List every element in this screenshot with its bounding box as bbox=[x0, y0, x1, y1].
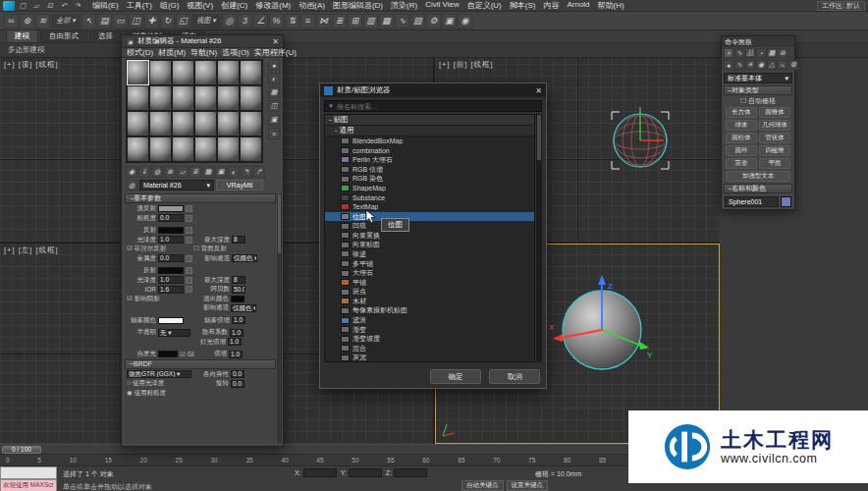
object-type-button[interactable]: 管状体 bbox=[759, 133, 790, 143]
dope-sheet-icon[interactable]: ▧ bbox=[410, 14, 425, 28]
curve-editor-icon[interactable]: ∿ bbox=[395, 14, 409, 28]
lights-category-icon[interactable]: ☀ bbox=[745, 60, 755, 70]
sphere-wireframe-selected[interactable] bbox=[603, 95, 678, 178]
param-s[interactable] bbox=[158, 205, 184, 212]
map-type-item[interactable]: Substance bbox=[325, 193, 534, 203]
select-by-name-icon[interactable]: ▤ bbox=[97, 14, 112, 28]
rollout-basic-parameters[interactable]: 基本参数 bbox=[125, 193, 276, 203]
param-s[interactable] bbox=[158, 227, 184, 234]
map-type-item[interactable]: 混合 bbox=[325, 344, 534, 354]
menu-item[interactable]: 内容 bbox=[539, 0, 563, 11]
param-1.0[interactable]: 1.0 bbox=[230, 329, 244, 337]
menu-item[interactable]: 实用程序(U) bbox=[254, 47, 297, 58]
param-s[interactable] bbox=[231, 296, 244, 302]
reset-map-icon[interactable]: ⊗ bbox=[164, 166, 176, 178]
select-and-move-icon[interactable]: ✚ bbox=[144, 14, 159, 28]
window-crossing-icon[interactable]: ◫ bbox=[129, 14, 143, 28]
menu-item[interactable]: 组(G) bbox=[156, 0, 184, 11]
param-仅颜色[interactable]: 仅颜色 ▾ bbox=[231, 304, 256, 312]
object-name-field[interactable]: Sphere001 bbox=[725, 196, 779, 207]
geometry-category-icon[interactable]: ● bbox=[724, 60, 733, 70]
helpers-category-icon[interactable]: △ bbox=[767, 60, 777, 70]
object-type-button[interactable]: 球体 bbox=[726, 120, 757, 131]
hierarchy-tab-icon[interactable]: 品 bbox=[745, 48, 755, 58]
rectangular-selection-icon[interactable]: ▭ bbox=[113, 14, 128, 28]
maxscript-macro-recorder[interactable] bbox=[0, 466, 57, 479]
cancel-button[interactable]: 取消 bbox=[489, 369, 540, 384]
map-type-item[interactable]: 每像素摄影机贴图 bbox=[325, 306, 534, 316]
max-logo-icon[interactable] bbox=[3, 1, 15, 11]
ribbon-tab[interactable]: 建模 bbox=[6, 29, 38, 42]
param-s[interactable] bbox=[158, 317, 184, 324]
scene-explorer-icon[interactable]: ⊞ bbox=[348, 14, 362, 28]
map-type-item[interactable]: RGB 倍增 bbox=[325, 165, 534, 175]
utilities-tab-icon[interactable]: ⊚ bbox=[778, 48, 787, 58]
pick-material-icon[interactable]: ◍ bbox=[126, 180, 137, 191]
menu-item[interactable]: 材质(M) bbox=[158, 47, 186, 58]
spinner-snap-icon[interactable]: ⇅ bbox=[285, 14, 299, 28]
object-type-button[interactable]: 圆环 bbox=[726, 145, 757, 156]
param-s[interactable] bbox=[158, 267, 184, 274]
material-sample[interactable] bbox=[240, 60, 262, 85]
coordinate-field[interactable]: X: bbox=[295, 468, 337, 477]
close-icon[interactable]: ✕ bbox=[535, 86, 542, 95]
param-b[interactable] bbox=[186, 215, 192, 222]
object-type-button[interactable]: 茶壶 bbox=[726, 158, 757, 169]
material-sample[interactable] bbox=[172, 136, 194, 162]
make-unique-icon[interactable]: ≣ bbox=[190, 166, 201, 178]
sample-type-icon[interactable]: ● bbox=[268, 59, 280, 71]
angle-snap-icon[interactable]: ∠ bbox=[253, 14, 268, 28]
material-sample[interactable] bbox=[149, 60, 172, 85]
bind-to-space-warp-icon[interactable]: ≋ bbox=[35, 14, 50, 28]
object-type-button[interactable]: 平面 bbox=[759, 158, 790, 169]
material-sample[interactable] bbox=[240, 85, 262, 111]
edit-named-selection-icon[interactable]: ≡ bbox=[300, 14, 315, 28]
param-0.0[interactable]: 0.0 bbox=[158, 254, 184, 262]
param-8[interactable]: 8 bbox=[232, 236, 245, 244]
redo-icon[interactable]: ↷ bbox=[72, 1, 83, 11]
menu-item[interactable]: 图形编辑器(D) bbox=[329, 0, 387, 11]
map-type-item[interactable]: 凹痕 bbox=[325, 221, 534, 231]
modify-tab-icon[interactable]: ∿ bbox=[734, 48, 744, 58]
time-slider-handle[interactable]: 0 / 100 bbox=[2, 446, 41, 454]
rollout-brdf[interactable]: BRDF bbox=[125, 359, 276, 369]
make-copy-icon[interactable]: ▱ bbox=[177, 166, 189, 178]
backlight-icon[interactable]: ◐ bbox=[268, 73, 280, 84]
param-1.0[interactable]: 1.0 bbox=[228, 338, 242, 346]
map-type-item[interactable]: RGB 染色 bbox=[325, 174, 534, 184]
map-type-item[interactable]: 渐变坡度 bbox=[325, 334, 534, 344]
shader-type-button[interactable]: VRayMtl bbox=[216, 180, 263, 191]
param-1.6[interactable]: 1.6 bbox=[158, 286, 184, 294]
material-sample[interactable] bbox=[172, 111, 194, 136]
coordinate-field[interactable]: Y: bbox=[341, 468, 382, 477]
param-1.0[interactable]: 1.0 bbox=[158, 276, 184, 284]
select-and-scale-icon[interactable]: ◱ bbox=[176, 14, 190, 28]
object-type-button[interactable]: 圆锥体 bbox=[759, 107, 790, 118]
material-sample[interactable] bbox=[149, 85, 172, 111]
param-1.0[interactable]: 1.0 bbox=[158, 236, 184, 244]
menu-item[interactable]: 视图(V) bbox=[183, 0, 217, 11]
menu-item[interactable]: 编辑(E) bbox=[88, 0, 123, 11]
param-b[interactable] bbox=[186, 267, 192, 274]
material-sample[interactable] bbox=[217, 111, 240, 136]
material-sample[interactable] bbox=[172, 85, 194, 111]
menu-item[interactable]: 选项(O) bbox=[222, 47, 249, 58]
menu-item[interactable]: Civil View bbox=[421, 0, 463, 11]
param-0.0[interactable]: 0.0 bbox=[231, 380, 244, 388]
material-sample[interactable] bbox=[217, 85, 240, 111]
map-type-item[interactable]: 大理石 bbox=[325, 268, 534, 278]
select-and-link-icon[interactable]: ∞ bbox=[4, 14, 19, 28]
map-type-item[interactable]: 向量置换 bbox=[325, 231, 534, 241]
param-b[interactable] bbox=[186, 237, 192, 244]
put-to-scene-icon[interactable]: ⇓ bbox=[138, 166, 150, 178]
object-color-swatch[interactable] bbox=[781, 196, 791, 207]
map-type-item[interactable]: Perlin 大理石 bbox=[325, 155, 534, 165]
menu-item[interactable]: 导航(N) bbox=[190, 47, 217, 58]
param-背面反射[interactable]: ☐ 背面反射 bbox=[193, 245, 243, 253]
menu-item[interactable]: 修改器(M) bbox=[251, 0, 295, 11]
material-sample[interactable] bbox=[127, 85, 149, 111]
material-sample[interactable] bbox=[217, 60, 240, 85]
param-无[interactable]: 无 ▾ bbox=[158, 329, 190, 337]
new-file-icon[interactable]: ▢ bbox=[17, 1, 28, 11]
material-sample[interactable] bbox=[240, 111, 262, 136]
